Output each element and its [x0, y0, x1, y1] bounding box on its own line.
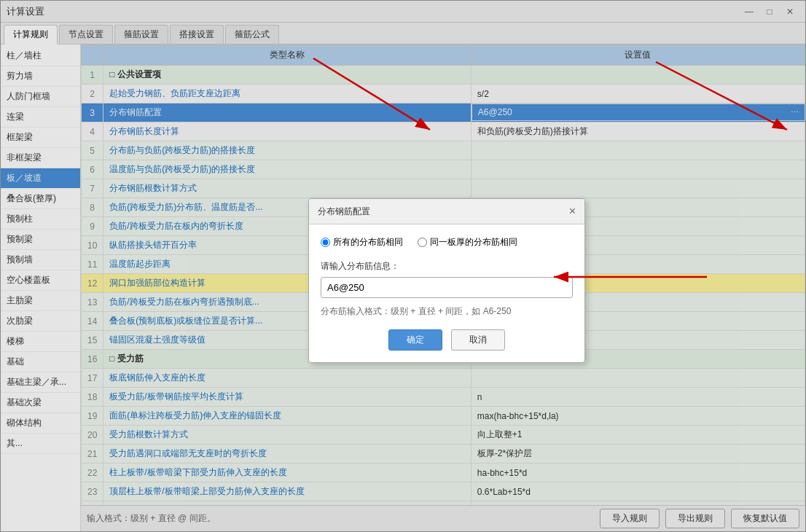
dialog-body: 所有的分布筋相同 同一板厚的分布筋相同 请输入分布筋信息： 分布筋输入格式：级别…: [309, 224, 584, 362]
radio-same-thickness-label: 同一板厚的分布筋相同: [430, 236, 517, 249]
rebar-input[interactable]: [321, 277, 573, 298]
dialog-footer: 确定 取消: [321, 329, 573, 351]
dialog-title-text: 分布钢筋配置: [318, 206, 370, 218]
radio-option-all-same[interactable]: 所有的分布筋相同: [321, 236, 403, 249]
confirm-button[interactable]: 确定: [388, 329, 442, 351]
dialog-overlay: 分布钢筋配置 × 所有的分布筋相同 同一板厚的分布筋相同 请输入分布筋信息： 分…: [0, 0, 806, 532]
radio-same-thickness[interactable]: [418, 238, 427, 247]
input-label: 请输入分布筋信息：: [321, 260, 573, 273]
radio-option-same-thickness[interactable]: 同一板厚的分布筋相同: [418, 236, 517, 249]
distribution-rebar-dialog: 分布钢筋配置 × 所有的分布筋相同 同一板厚的分布筋相同 请输入分布筋信息： 分…: [308, 198, 585, 363]
format-hint: 分布筋输入格式：级别 + 直径 + 间距，如 A6-250: [321, 305, 573, 318]
radio-group: 所有的分布筋相同 同一板厚的分布筋相同: [321, 236, 573, 249]
radio-all-same-label: 所有的分布筋相同: [333, 236, 403, 249]
radio-all-same[interactable]: [321, 238, 330, 247]
cancel-button[interactable]: 取消: [451, 329, 505, 351]
dialog-close-button[interactable]: ×: [569, 205, 576, 218]
dialog-title-bar: 分布钢筋配置 ×: [309, 199, 584, 224]
